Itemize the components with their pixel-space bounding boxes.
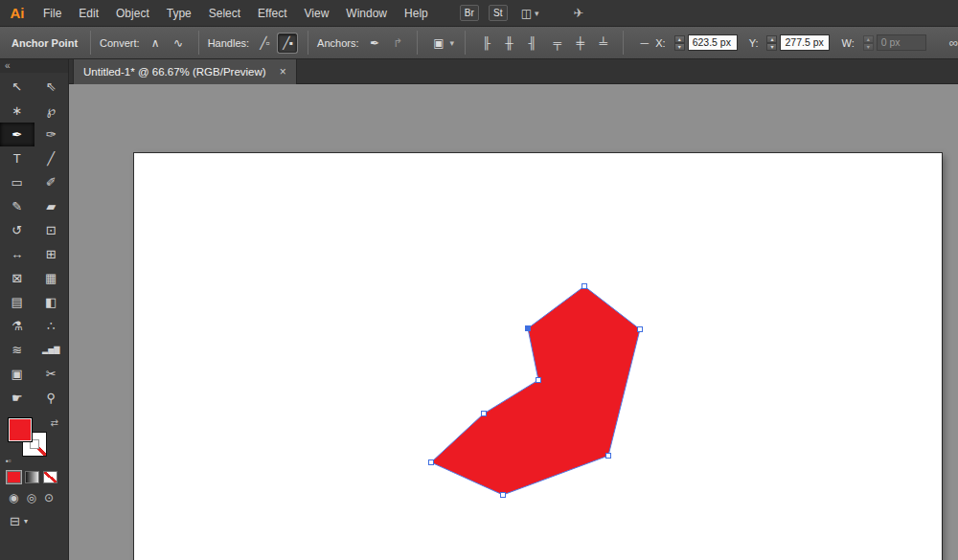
menu-items: FileEditObjectTypeSelectEffectViewWindow… <box>34 0 437 27</box>
delete-anchor-icon[interactable]: ✒ <box>364 34 383 53</box>
menu-type[interactable]: Type <box>158 0 200 27</box>
workspace-switcher[interactable]: ◫ ▾ <box>521 7 539 20</box>
rotate-tool[interactable]: ↺ <box>0 218 34 242</box>
type-tool[interactable]: T <box>0 146 34 170</box>
align-bottom-icon[interactable]: ╧ <box>593 34 612 53</box>
mesh-tool[interactable]: ▤ <box>0 290 34 314</box>
blend-tool[interactable]: ∴ <box>34 314 69 338</box>
gpu-performance-icon[interactable]: ✈ <box>574 6 584 20</box>
bridge-icon[interactable]: Br <box>460 5 479 21</box>
direct-selection-tool[interactable]: ⇖ <box>34 75 69 99</box>
swap-fill-stroke-icon[interactable]: ⇄ <box>51 417 58 428</box>
slice-tool[interactable]: ✂ <box>34 362 69 386</box>
anchor-point[interactable] <box>429 460 434 465</box>
draw-normal-icon[interactable]: ◉ <box>9 491 18 504</box>
lasso-tool[interactable]: ℘ <box>34 99 69 123</box>
illustrator-window: Ai FileEditObjectTypeSelectEffectViewWin… <box>0 0 958 560</box>
drawing-modes: ◉◎⊙ <box>0 483 68 504</box>
show-handles-icon[interactable]: ╱▪ <box>278 34 297 53</box>
divider <box>90 31 91 55</box>
draw-inside-icon[interactable]: ⊙ <box>44 491 54 504</box>
menu-effect[interactable]: Effect <box>249 0 295 27</box>
anchor-point[interactable] <box>582 284 587 289</box>
chevron-down-icon[interactable]: ▾ <box>449 38 454 48</box>
anchor-point[interactable] <box>501 493 506 498</box>
anchor-point[interactable] <box>536 378 541 383</box>
panel-collapse-icon[interactable]: « <box>0 59 68 73</box>
tools-panel: « ↖⇖∗℘✒✑T╱▭✐✎▰↺⊡↔⊞⊠▦▤◧⚗∴≋▂▅▇▣✂☛⚲ ⇄ ▪▫ ◉◎… <box>0 59 69 560</box>
gradient-tool[interactable]: ◧ <box>34 290 69 314</box>
divider <box>623 31 624 55</box>
anchor-point[interactable] <box>638 327 643 332</box>
symbol-sprayer-tool[interactable]: ≋ <box>0 338 34 362</box>
pen-tool[interactable]: ✒ <box>0 123 34 146</box>
artboard-tool[interactable]: ▣ <box>0 362 34 386</box>
shape-builder-tool[interactable]: ⊠ <box>0 266 34 290</box>
stepper-up-icon[interactable]: ▴ <box>766 35 777 43</box>
convert-to-smooth-icon[interactable]: ∿ <box>169 34 188 53</box>
zoom-tool[interactable]: ⚲ <box>34 386 69 410</box>
w-field-group: W: ▴ ▾ 0 px <box>841 34 925 51</box>
stepper-down-icon[interactable]: ▾ <box>766 43 777 51</box>
drawn-shape[interactable] <box>431 286 640 495</box>
scale-tool[interactable]: ⊡ <box>34 218 69 242</box>
anchor-point[interactable] <box>482 412 487 416</box>
paintbrush-tool[interactable]: ✐ <box>34 170 69 194</box>
column-graph-tool[interactable]: ▂▅▇ <box>34 338 69 362</box>
workspace-icon: ◫ <box>521 7 532 20</box>
y-input[interactable]: 277.5 px <box>780 34 830 51</box>
close-icon[interactable]: × <box>280 65 286 78</box>
align-top-icon[interactable]: ╤ <box>547 34 566 53</box>
menu-select[interactable]: Select <box>200 0 249 27</box>
default-fill-stroke-icon[interactable]: ▪▫ <box>6 458 11 465</box>
divider <box>465 31 466 55</box>
menu-object[interactable]: Object <box>107 0 158 27</box>
align-v-center-icon[interactable]: ╪ <box>570 34 589 53</box>
align-left-icon[interactable]: ╟ <box>476 34 495 53</box>
perspective-grid-tool[interactable]: ▦ <box>34 266 69 290</box>
menu-view[interactable]: View <box>296 0 338 27</box>
convert-to-corner-icon[interactable]: ∧ <box>146 34 165 53</box>
w-label: W: <box>841 37 854 49</box>
curvature-tool[interactable]: ✑ <box>34 123 69 146</box>
draw-behind-icon[interactable]: ◎ <box>26 491 35 504</box>
rectangle-tool[interactable]: ▭ <box>0 170 34 194</box>
hide-handles-icon[interactable]: ╱▫ <box>255 34 274 53</box>
menu-help[interactable]: Help <box>396 0 437 27</box>
width-tool[interactable]: ↔ <box>0 242 34 266</box>
anchor-point-selected[interactable] <box>526 326 531 331</box>
link-dimensions-icon[interactable]: ∞ <box>949 35 958 50</box>
magic-wand-tool[interactable]: ∗ <box>0 99 34 123</box>
screen-mode-control[interactable]: ⊟ ▾ <box>0 504 68 528</box>
eraser-tool[interactable]: ▰ <box>34 194 69 218</box>
hand-tool[interactable]: ☛ <box>0 386 34 410</box>
align-h-center-icon[interactable]: ╫ <box>499 34 518 53</box>
distribute-spacing-icon[interactable]: ─ <box>634 34 653 53</box>
stepper-down-icon[interactable]: ▾ <box>674 43 685 51</box>
color-button[interactable] <box>7 471 21 483</box>
selection-tool[interactable]: ↖ <box>0 75 34 99</box>
fill-swatch[interactable] <box>8 417 33 442</box>
gradient-button[interactable] <box>25 471 39 483</box>
stock-icon[interactable]: St <box>489 5 508 21</box>
line-segment-tool[interactable]: ╱ <box>34 146 69 170</box>
x-stepper[interactable]: ▴ ▾ <box>674 35 685 51</box>
isolate-selected-object-icon[interactable]: ▣ <box>428 34 447 53</box>
stepper-up-icon[interactable]: ▴ <box>674 35 685 43</box>
menu-file[interactable]: File <box>34 0 70 27</box>
document-tab[interactable]: Untitled-1* @ 66.67% (RGB/Preview) × <box>73 59 297 84</box>
none-button[interactable] <box>43 471 57 483</box>
pencil-tool[interactable]: ✎ <box>0 194 34 218</box>
convert-icon-group: ∧∿ <box>144 34 190 53</box>
anchor-point[interactable] <box>606 454 611 459</box>
free-transform-tool[interactable]: ⊞ <box>34 242 69 266</box>
eyedropper-tool[interactable]: ⚗ <box>0 314 34 338</box>
y-stepper[interactable]: ▴ ▾ <box>766 35 777 51</box>
connect-anchors-icon[interactable]: ↱ <box>387 34 406 53</box>
x-input[interactable]: 623.5 px <box>688 34 738 51</box>
align-right-icon[interactable]: ╢ <box>522 34 541 53</box>
menu-window[interactable]: Window <box>337 0 396 27</box>
y-label: Y: <box>749 37 759 49</box>
canvas-area[interactable] <box>69 84 958 560</box>
menu-edit[interactable]: Edit <box>70 0 107 27</box>
